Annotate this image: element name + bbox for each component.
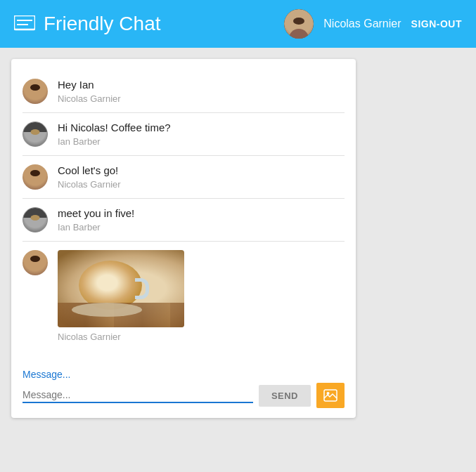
image-icon bbox=[323, 389, 337, 402]
coffee-image bbox=[58, 250, 184, 327]
signout-button[interactable]: SIGN-OUT bbox=[411, 18, 462, 29]
avatar bbox=[22, 79, 48, 104]
message-content: Nicolas Garnier bbox=[58, 250, 345, 342]
table-row: Cool let's go! Nicolas Garnier bbox=[22, 156, 345, 199]
app-header: Friendly Chat Nicolas Garnier SIGN-OUT bbox=[0, 0, 476, 48]
message-content: Hi Nicolas! Coffee time? Ian Barber bbox=[58, 122, 345, 147]
table-row: Nicolas Garnier bbox=[22, 242, 345, 350]
wood-bg-decoration bbox=[58, 303, 184, 327]
avatar bbox=[22, 250, 48, 275]
message-content: Hey Ian Nicolas Garnier bbox=[58, 79, 345, 104]
header-right: Nicolas Garnier SIGN-OUT bbox=[284, 9, 462, 39]
message-input-wrapper bbox=[22, 388, 253, 403]
svg-point-4 bbox=[327, 392, 330, 395]
message-input[interactable] bbox=[22, 388, 253, 402]
cup-handle-decoration bbox=[135, 278, 149, 299]
message-text: Cool let's go! bbox=[58, 164, 345, 176]
username-label: Nicolas Garnier bbox=[323, 18, 401, 30]
message-text: Hey Ian bbox=[58, 79, 345, 91]
input-row: SEND bbox=[22, 383, 345, 408]
message-author: Ian Barber bbox=[58, 136, 345, 147]
avatar-image bbox=[284, 9, 314, 39]
message-content: meet you in five! Ian Barber bbox=[58, 207, 345, 232]
image-upload-button[interactable] bbox=[316, 383, 345, 408]
avatar bbox=[22, 207, 48, 232]
send-button[interactable]: SEND bbox=[259, 385, 311, 407]
header-left: Friendly Chat bbox=[14, 13, 161, 35]
message-author: Nicolas Garnier bbox=[58, 179, 345, 190]
chat-container: Hey Ian Nicolas Garnier Hi Nicolas! Coff… bbox=[11, 59, 356, 418]
avatar bbox=[22, 164, 48, 190]
svg-rect-0 bbox=[14, 15, 35, 29]
message-author: Ian Barber bbox=[58, 222, 345, 232]
input-area: Message... SEND bbox=[11, 362, 356, 418]
main-content: Hey Ian Nicolas Garnier Hi Nicolas! Coff… bbox=[0, 48, 476, 472]
chat-icon bbox=[14, 15, 35, 32]
user-avatar bbox=[284, 9, 314, 39]
avatar bbox=[22, 122, 48, 147]
messages-area: Hey Ian Nicolas Garnier Hi Nicolas! Coff… bbox=[11, 59, 356, 362]
message-author: Nicolas Garnier bbox=[58, 332, 345, 342]
table-row: Hi Nicolas! Coffee time? Ian Barber bbox=[22, 113, 345, 156]
message-author: Nicolas Garnier bbox=[58, 93, 345, 104]
message-text: Hi Nicolas! Coffee time? bbox=[58, 122, 345, 133]
message-input-label: Message... bbox=[22, 369, 345, 380]
message-text: meet you in five! bbox=[58, 207, 345, 219]
table-row: meet you in five! Ian Barber bbox=[22, 199, 345, 242]
table-row: Hey Ian Nicolas Garnier bbox=[22, 70, 345, 113]
message-content: Cool let's go! Nicolas Garnier bbox=[58, 164, 345, 190]
app-title: Friendly Chat bbox=[44, 13, 161, 35]
